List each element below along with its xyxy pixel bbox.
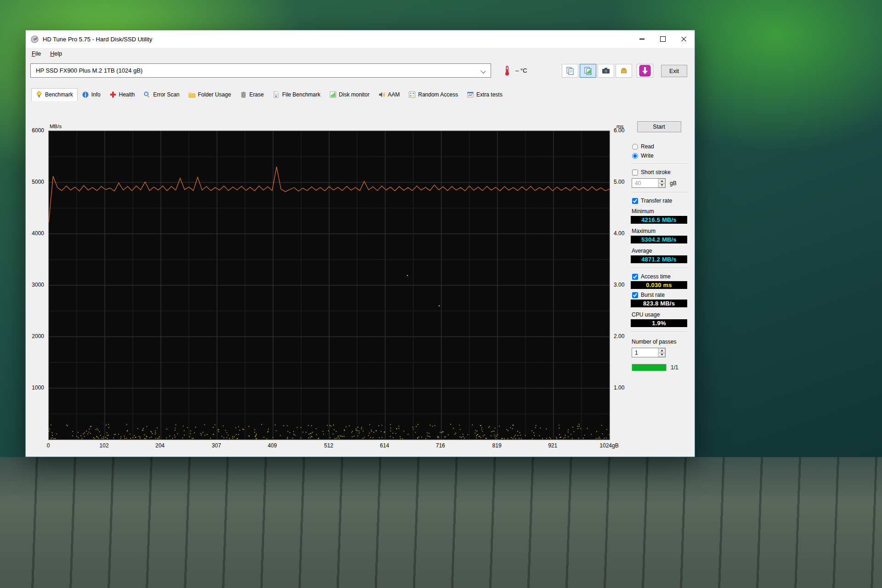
minimize-icon (639, 39, 645, 39)
minimize-button[interactable] (631, 30, 652, 48)
tab-health[interactable]: Health (105, 88, 140, 101)
x-axis: 01022043074095126147168199211024gB (48, 442, 609, 450)
tab-folder-usage[interactable]: Folder Usage (184, 88, 236, 101)
hdtune-app-icon (31, 35, 39, 43)
access-time-checkbox[interactable]: Access time (632, 272, 687, 281)
burst-rate-checkbox[interactable]: Burst rate (632, 290, 687, 300)
temperature-value: – °C (515, 67, 527, 74)
aam-icon (378, 91, 385, 98)
tick-label: 1024gB (599, 442, 618, 449)
y-left-unit: MB/s (50, 124, 62, 129)
short-stroke-checkbox-input[interactable] (632, 170, 638, 175)
copy-info-button[interactable] (562, 64, 578, 78)
close-icon (681, 36, 687, 42)
error-scan-icon (143, 91, 151, 98)
tick-label: 204 (155, 442, 164, 449)
transfer-rate-checkbox[interactable]: Transfer rate (632, 196, 687, 205)
control-panel: Start Read Write Short stroke 40 gB (631, 121, 687, 371)
short-stroke-unit: gB (670, 180, 677, 187)
erase-icon (240, 91, 247, 98)
benchmark-plot (48, 130, 610, 440)
average-label: Average (632, 248, 687, 254)
tick-label: 2000 (32, 333, 44, 339)
menu-file[interactable]: File (32, 51, 41, 57)
tab-file-benchmark[interactable]: File Benchmark (268, 88, 325, 101)
passes-value: 1 (635, 350, 638, 356)
maximum-value: 5304.2 MB/s (631, 236, 687, 243)
short-stroke-value: 40 (635, 180, 641, 187)
title-bar: HD Tune Pro 5.75 - Hard Disk/SSD Utility (26, 30, 695, 48)
tab-extra-tests[interactable]: Extra tests (463, 88, 507, 101)
progress-bar (632, 364, 667, 371)
tab-benchmark[interactable]: Benchmark (31, 88, 78, 101)
short-stroke-label: Short stroke (641, 169, 671, 175)
camera-icon (601, 66, 611, 75)
write-radio[interactable]: Write (632, 151, 687, 160)
tab-aam[interactable]: AAM (374, 88, 404, 101)
menu-help[interactable]: Help (50, 51, 62, 57)
tick-label: 819 (492, 442, 502, 449)
donate-button[interactable] (616, 64, 632, 78)
read-radio-label: Read (641, 143, 654, 150)
tab-info[interactable]: Info (78, 88, 105, 101)
tick-label: 6.00 (614, 127, 624, 134)
save-screenshot-button[interactable] (598, 64, 614, 78)
copy-screenshot-icon (583, 66, 593, 75)
tick-label: 102 (100, 442, 109, 449)
cpu-usage-value: 1.9% (631, 319, 687, 327)
benchmark-icon (35, 91, 43, 98)
separator (631, 268, 687, 269)
read-radio[interactable]: Read (632, 142, 687, 151)
tab-random-access[interactable]: Random Access (404, 88, 463, 101)
separator (631, 332, 687, 333)
tick-label: 0 (47, 442, 50, 449)
tick-label: 307 (212, 442, 221, 449)
menu-bar: File Help (26, 48, 695, 60)
minimum-value: 4216.5 MB/s (631, 216, 687, 224)
passes-label: Number of passes (632, 339, 687, 345)
health-icon (109, 91, 117, 98)
disk-monitor-icon (329, 91, 337, 98)
progress-text: 1/1 (671, 364, 678, 371)
copy-screenshot-button[interactable] (580, 64, 596, 78)
transfer-rate-checkbox-input[interactable] (632, 198, 638, 204)
short-stroke-checkbox[interactable]: Short stroke (632, 168, 687, 177)
start-button[interactable]: Start (637, 121, 681, 132)
tab-error-scan[interactable]: Error Scan (139, 88, 184, 101)
separator (631, 192, 687, 193)
benchmark-plot-svg (49, 131, 610, 440)
short-stroke-spinner-arrows[interactable] (658, 179, 665, 187)
passes-input[interactable]: 1 (632, 348, 666, 357)
desktop: HD Tune Pro 5.75 - Hard Disk/SSD Utility… (0, 0, 882, 588)
random-access-icon (408, 91, 416, 98)
tab-disk-monitor[interactable]: Disk monitor (325, 88, 374, 101)
short-stroke-input[interactable]: 40 (632, 178, 666, 188)
file-benchmark-icon (272, 91, 280, 98)
maximize-button[interactable] (652, 30, 673, 48)
copy-info-icon (565, 66, 575, 75)
temperature-icon (504, 65, 510, 78)
access-time-checkbox-input[interactable] (632, 274, 638, 280)
write-radio-input[interactable] (632, 153, 638, 159)
exit-button[interactable]: Exit (661, 65, 687, 77)
access-time-value: 0.030 ms (631, 281, 687, 289)
burst-rate-value: 823.8 MB/s (631, 300, 687, 307)
wood-desk-surface (0, 457, 882, 588)
read-radio-input[interactable] (632, 144, 638, 150)
drive-selector[interactable]: HP SSD FX900 Plus M.2 1TB (1024 gB) (30, 63, 491, 78)
close-button[interactable] (673, 30, 695, 48)
folder-usage-icon (188, 91, 196, 98)
burst-rate-checkbox-input[interactable] (632, 292, 638, 298)
passes-spinner-arrows[interactable] (658, 348, 665, 357)
tick-label: 6000 (32, 127, 44, 134)
hdtune-window: HD Tune Pro 5.75 - Hard Disk/SSD Utility… (25, 30, 695, 457)
window-title: HD Tune Pro 5.75 - Hard Disk/SSD Utility (43, 36, 152, 43)
update-download-icon (639, 65, 651, 77)
tab-erase[interactable]: Erase (236, 88, 268, 101)
update-button[interactable] (637, 64, 653, 78)
average-value: 4871.2 MB/s (631, 255, 687, 263)
tick-label: 512 (324, 442, 333, 449)
tick-label: 716 (436, 442, 445, 449)
y-axis-left: 600050004000300020001000 (26, 131, 46, 440)
separator (631, 164, 687, 164)
